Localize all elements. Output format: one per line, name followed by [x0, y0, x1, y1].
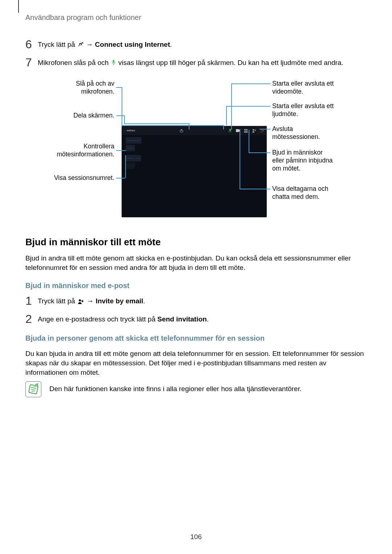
svg-point-4 [244, 129, 246, 131]
invite-step2-pre: Ange en e-postadress och tryck lätt på [38, 315, 158, 323]
addperson-toolbar-icon[interactable] [252, 128, 256, 133]
svg-rect-0 [113, 60, 114, 63]
step-number: 2 [25, 313, 38, 325]
step-6-bold: Connect using Internet [95, 41, 170, 48]
note-row: Den här funktionen kanske inte finns i a… [25, 381, 367, 397]
step-6-arrow: → [86, 41, 95, 48]
step-6-period: . [170, 41, 172, 48]
invite-phone-heading: Bjuda in personer genom att skicka ett t… [25, 333, 367, 343]
step-number: 7 [25, 57, 38, 68]
callout-info: Kontrollera mötesinformationen. [42, 143, 114, 159]
invite-step-1: 1 Tryck lätt på → Invite by email. [25, 296, 367, 307]
callout-invite: Bjud in människor eller påminn inbjudna … [272, 149, 334, 173]
callout-session: Visa sessionsnumret. [42, 174, 114, 182]
step-number: 1 [25, 295, 38, 307]
meeting-screen: ‹webex ———— —— —— — —— [122, 126, 267, 217]
invite-body: Bjud in andra till ett möte genom att sk… [25, 254, 367, 272]
participants-toolbar-icon[interactable] [244, 128, 248, 133]
step-7: 7 Mikrofonen slås på och visas längst up… [25, 58, 367, 68]
connect-icon [78, 40, 83, 50]
invite-step1-bold: Invite by email [96, 297, 143, 305]
note-text: Den här funktionen kanske inte finns i a… [49, 381, 302, 394]
step-6: 6 Tryck lätt på → Connect using Internet… [25, 40, 367, 50]
svg-line-11 [31, 389, 36, 390]
svg-point-6 [253, 129, 254, 131]
callout-audio: Starta eller avsluta ett ljudmöte. [272, 102, 339, 118]
step-number: 6 [25, 38, 38, 50]
callout-video: Starta eller avsluta ett videomöte. [272, 80, 339, 96]
header-title: Användbara program och funktioner [25, 13, 367, 22]
callout-participants: Visa deltagarna och chatta med dem. [272, 185, 339, 201]
invite-step1-arrow: → [87, 297, 95, 305]
step-7-post: visas längst upp till höger på skärmen. … [118, 59, 343, 66]
invite-step1-period: . [143, 297, 145, 305]
callout-end: Avsluta mötessessionen. [272, 125, 330, 141]
svg-line-10 [31, 387, 36, 388]
invite-step2-bold: Send invitation [158, 315, 207, 323]
microphone-on-icon [111, 58, 116, 68]
share-icon[interactable] [179, 128, 184, 133]
step-6-pre: Tryck lätt på [38, 41, 77, 48]
svg-rect-3 [236, 129, 239, 132]
svg-point-8 [79, 299, 81, 301]
note-icon [25, 381, 41, 397]
invite-step2-period: . [207, 315, 209, 323]
invite-email-heading: Bjud in människor med e-post [25, 281, 367, 291]
callout-share: Dela skärmen. [49, 112, 114, 120]
invite-step-2: 2 Ange en e-postadress och tryck lätt på… [25, 315, 367, 325]
page-number: 106 [0, 532, 392, 542]
svg-point-5 [246, 129, 248, 131]
svg-line-12 [32, 391, 35, 391]
callout-mic: Slå på och av mikrofonen. [49, 80, 114, 96]
invite-heading: Bjud in människor till ett möte [25, 236, 367, 249]
svg-rect-2 [229, 129, 231, 131]
add-person-icon [78, 297, 84, 307]
invite-phone-body: Du kan bjuda in andra till ett möte geno… [25, 349, 367, 377]
invite-step1-pre: Tryck lätt på [38, 297, 77, 305]
step-7-pre: Mikrofonen slås på och [38, 59, 111, 66]
annotated-screenshot: Slå på och av mikrofonen. Dela skärmen. … [45, 76, 347, 221]
